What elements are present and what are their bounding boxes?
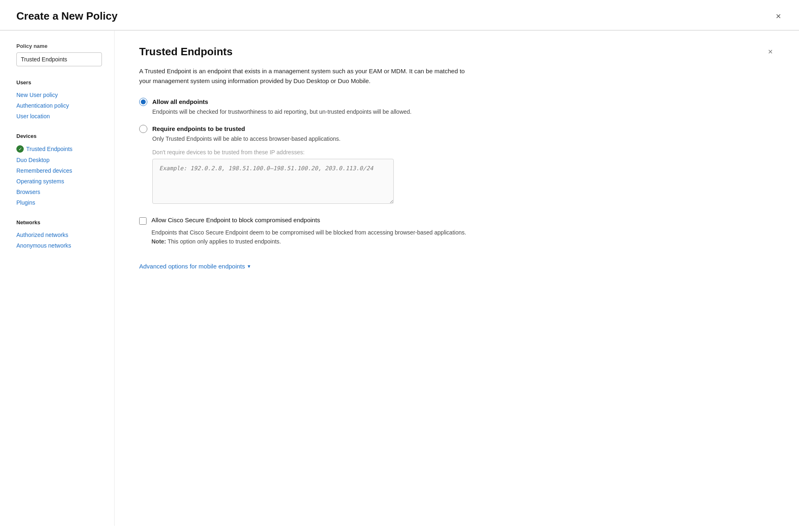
main-content: Trusted Endpoints × A Trusted Endpoint i… xyxy=(115,31,799,526)
sidebar-item-authorized-networks[interactable]: Authorized networks xyxy=(16,230,102,240)
option-require-trusted-label: Require endpoints to be trusted xyxy=(152,124,245,133)
option-require-trusted-desc: Only Trusted Endpoints will be able to a… xyxy=(152,135,774,143)
panel-description: A Trusted Endpoint is an endpoint that e… xyxy=(139,66,475,86)
option-allow-all-desc: Endpoints will be checked for trustworth… xyxy=(152,108,774,116)
sidebar-section-networks-label: Networks xyxy=(16,219,102,225)
sidebar-item-browsers[interactable]: Browsers xyxy=(16,187,102,197)
sidebar-item-new-user-policy[interactable]: New User policy xyxy=(16,90,102,100)
modal-body: Policy name Users New User policy Authen… xyxy=(0,31,799,526)
policy-name-input[interactable] xyxy=(16,52,102,66)
sidebar: Policy name Users New User policy Authen… xyxy=(0,31,115,526)
option-allow-all-label: Allow all endpoints xyxy=(152,97,208,106)
modal-close-button[interactable]: × xyxy=(774,10,783,23)
ip-exclusion-section: Don't require devices to be trusted from… xyxy=(152,149,774,205)
cisco-endpoint-section: Allow Cisco Secure Endpoint to block com… xyxy=(139,216,774,246)
panel-close-button[interactable]: × xyxy=(766,45,774,58)
option-require-trusted: Require endpoints to be trusted Only Tru… xyxy=(139,124,774,205)
modal-header: Create a New Policy × xyxy=(0,0,799,30)
sidebar-item-plugins[interactable]: Plugins xyxy=(16,197,102,208)
sidebar-item-duo-desktop[interactable]: Duo Desktop xyxy=(16,155,102,165)
note-bold: Note: xyxy=(151,238,166,245)
option-allow-all-row: Allow all endpoints xyxy=(139,97,774,106)
option-allow-all: Allow all endpoints Endpoints will be ch… xyxy=(139,97,774,116)
cisco-endpoint-checkbox[interactable] xyxy=(139,217,147,225)
sidebar-item-remembered-devices[interactable]: Remembered devices xyxy=(16,165,102,176)
sidebar-item-user-location[interactable]: User location xyxy=(16,111,102,122)
cisco-checkbox-label: Allow Cisco Secure Endpoint to block com… xyxy=(151,216,320,223)
cisco-checkbox-desc: Endpoints that Cisco Secure Endpoint dee… xyxy=(151,228,479,246)
sidebar-item-trusted-endpoints[interactable]: ✓ Trusted Endpoints xyxy=(16,143,102,155)
policy-name-label: Policy name xyxy=(16,43,102,49)
check-icon: ✓ xyxy=(16,145,24,153)
sidebar-item-anonymous-networks[interactable]: Anonymous networks xyxy=(16,240,102,251)
sidebar-item-operating-systems[interactable]: Operating systems xyxy=(16,176,102,187)
radio-allow-all[interactable] xyxy=(139,98,147,106)
panel-header: Trusted Endpoints × xyxy=(139,45,774,58)
sidebar-item-authentication-policy[interactable]: Authentication policy xyxy=(16,100,102,111)
modal-title: Create a New Policy xyxy=(16,10,117,23)
sidebar-section-users-label: Users xyxy=(16,79,102,86)
cisco-desc-line1: Endpoints that Cisco Secure Endpoint dee… xyxy=(151,229,466,236)
chevron-down-icon: ▾ xyxy=(248,263,251,269)
radio-require-trusted[interactable] xyxy=(139,125,147,133)
sidebar-section-devices-label: Devices xyxy=(16,133,102,139)
sidebar-section-devices: Devices ✓ Trusted Endpoints Duo Desktop … xyxy=(16,133,102,208)
advanced-options-link[interactable]: Advanced options for mobile endpoints ▾ xyxy=(139,263,251,270)
sidebar-section-users: Users New User policy Authentication pol… xyxy=(16,79,102,122)
ip-exclusion-label: Don't require devices to be trusted from… xyxy=(152,149,774,156)
option-require-trusted-row: Require endpoints to be trusted xyxy=(139,124,774,133)
cisco-checkbox-row: Allow Cisco Secure Endpoint to block com… xyxy=(139,216,774,225)
sidebar-section-networks: Networks Authorized networks Anonymous n… xyxy=(16,219,102,251)
advanced-options-label: Advanced options for mobile endpoints xyxy=(139,263,245,270)
ip-exclusion-textarea[interactable] xyxy=(152,159,394,204)
cisco-note: Note: This option only applies to truste… xyxy=(151,238,281,245)
panel-title: Trusted Endpoints xyxy=(139,45,232,58)
